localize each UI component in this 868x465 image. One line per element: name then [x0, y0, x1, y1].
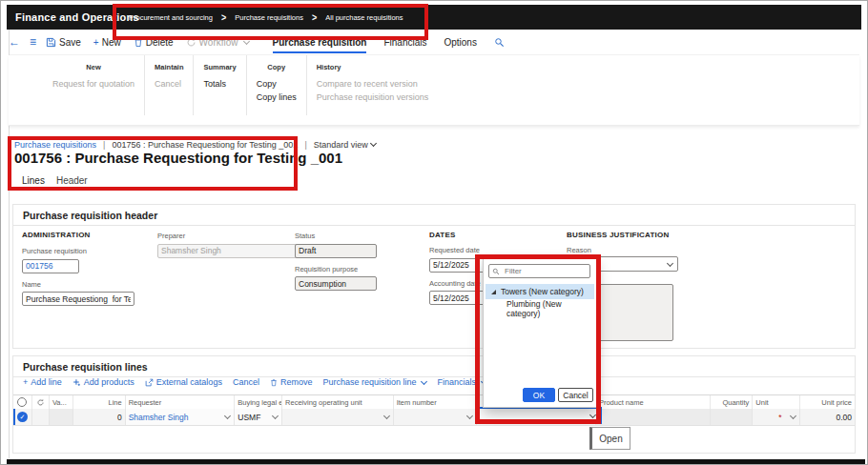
cancel-button[interactable]: Cancel [155, 77, 183, 91]
breadcrumb-chevron-icon: > [221, 11, 226, 23]
purchase-requisitions-link[interactable]: Purchase requisitions [14, 140, 96, 150]
chevron-down-icon [589, 411, 596, 417]
purchase-requisition-versions-button[interactable]: Purchase requisition versions [317, 91, 429, 104]
open-button[interactable]: Open [589, 427, 630, 450]
add-line-button[interactable]: +Add line [23, 377, 62, 387]
row-requester-cell[interactable]: Shamsher Singh [126, 409, 236, 425]
row-item-number-cell[interactable] [394, 409, 478, 425]
breadcrumb-item-area[interactable]: Purchase requisitions [235, 13, 303, 22]
category-item-towers[interactable]: Towers (New category) [486, 284, 594, 299]
table-row[interactable]: ✓ 0 Shamsher Singh USMF * 0.00 [13, 409, 855, 426]
copy-button[interactable]: Copy [257, 77, 297, 91]
totals-button[interactable]: Totals [203, 77, 236, 91]
select-all-column[interactable] [13, 395, 32, 409]
add-products-icon [72, 378, 81, 387]
row-product-name-cell [596, 409, 711, 425]
column-receiving-operating-unit[interactable]: Receiving operating unit [282, 395, 394, 409]
top-navigation-bar: Finance and Operations Procurement and s… [7, 5, 861, 30]
breadcrumb-item-page[interactable]: All purchase requisitions [325, 13, 403, 22]
procurement-category-combobox[interactable] [477, 407, 602, 424]
row-unit-cell[interactable]: * [753, 409, 800, 425]
save-icon [46, 37, 56, 48]
remove-button[interactable]: Remove [270, 377, 313, 387]
tab-lines[interactable]: Lines [22, 175, 45, 189]
column-quantity[interactable]: Quantity [711, 395, 754, 409]
tab-financials[interactable]: Financials [383, 30, 426, 54]
chevron-down-icon [421, 377, 427, 384]
ribbon-group-summary: Summary Totals [194, 55, 246, 115]
name-field[interactable] [22, 292, 134, 306]
purchase-requisition-header-card: Purchase requisition header ADMINISTRATI… [12, 204, 856, 349]
chevron-down-icon [242, 37, 249, 44]
refresh-icon [36, 398, 45, 407]
row-receiving-operating-unit-cell[interactable] [282, 409, 394, 425]
group-administration: ADMINISTRATION Purchase requisition Name [22, 231, 134, 306]
category-item-plumbing[interactable]: Plumbing (New category) [486, 301, 594, 316]
purchase-requisition-lines-card: Purchase requisition lines +Add line Add… [12, 355, 856, 454]
purchase-requisition-line-menu[interactable]: Purchase requisition line [322, 377, 426, 387]
record-identifier: 001756 : Purchase Requestiong for Testin… [112, 140, 298, 150]
view-selector[interactable]: Standard view [314, 140, 376, 150]
column-line[interactable]: Line [73, 395, 126, 409]
category-lookup-popup: Towers (New category) Plumbing (New cate… [483, 258, 597, 408]
tab-header[interactable]: Header [56, 175, 88, 189]
plus-icon: + [93, 37, 99, 48]
filter-box[interactable] [488, 264, 590, 278]
chevron-down-icon [667, 259, 673, 266]
search-icon[interactable] [494, 37, 505, 48]
external-link-icon [145, 378, 154, 387]
column-unit-price[interactable]: Unit price [800, 395, 855, 409]
copy-lines-button[interactable]: Copy lines [257, 91, 297, 104]
purchase-requisition-field[interactable] [22, 259, 79, 273]
cancel-button[interactable]: Cancel [558, 388, 593, 402]
chevron-down-icon [790, 413, 796, 419]
save-button[interactable]: Save [46, 37, 81, 48]
ribbon-group-copy: Copy Copy Copy lines [247, 55, 307, 115]
external-catalogs-button[interactable]: External catalogs [145, 377, 222, 387]
ribbon: New Request for quotation Maintain Cance… [9, 55, 859, 126]
required-asterisk: * [778, 413, 781, 422]
ribbon-spacer [9, 55, 43, 125]
back-icon[interactable]: ← [9, 35, 20, 49]
search-icon [492, 268, 500, 275]
refresh-column[interactable] [32, 395, 50, 409]
menu-icon[interactable]: ≡ [30, 35, 36, 49]
chevron-down-icon [370, 140, 377, 147]
column-buying-legal-entity[interactable]: Buying legal e... [235, 395, 282, 409]
action-bar-tabs: Purchase requisition Financials Options [273, 30, 505, 54]
tab-purchase-requisition[interactable]: Purchase requisition [273, 30, 367, 54]
chevron-down-icon [383, 413, 390, 419]
financials-menu[interactable]: Financials [437, 377, 486, 387]
row-quantity-cell [711, 409, 754, 425]
filter-input[interactable] [503, 266, 583, 276]
ok-button[interactable]: OK [523, 388, 555, 402]
tab-options[interactable]: Options [444, 30, 476, 54]
row-select-cell[interactable]: ✓ [13, 409, 32, 425]
column-requester[interactable]: Requester [126, 395, 236, 409]
app-window: Finance and Operations Procurement and s… [0, 0, 868, 465]
chevron-down-icon [272, 413, 279, 419]
check-circle-icon: ✓ [17, 412, 28, 422]
tree-expand-icon[interactable] [491, 290, 496, 294]
row-validation-cell [50, 409, 73, 425]
request-for-quotation-button[interactable]: Request for quotation [52, 77, 134, 91]
column-unit[interactable]: Unit [753, 395, 800, 409]
ribbon-group-maintain: Maintain Cancel [145, 55, 194, 115]
cancel-line-button[interactable]: Cancel [233, 377, 259, 387]
plus-icon: + [23, 377, 28, 387]
page-tabs: Lines Header [22, 175, 88, 189]
row-buying-legal-entity-cell[interactable]: USMF [235, 409, 282, 425]
compare-to-recent-version-button[interactable]: Compare to recent version [317, 77, 429, 91]
workflow-button[interactable]: Workflow [186, 37, 249, 48]
requisition-purpose-field[interactable] [295, 276, 377, 291]
app-title: Finance and Operations [7, 11, 139, 23]
delete-button[interactable]: Delete [134, 37, 174, 48]
new-button[interactable]: + New [93, 37, 121, 48]
breadcrumb-item-module[interactable]: Procurement and sourcing [129, 13, 213, 22]
column-product-name[interactable]: Product name [596, 395, 711, 409]
column-item-number[interactable]: Item number [394, 395, 478, 409]
column-validation[interactable]: Va... [50, 395, 73, 409]
add-products-button[interactable]: Add products [72, 377, 134, 387]
trash-icon [134, 37, 143, 48]
grid-header-row: Va... Line Requester Buying legal e... R… [13, 394, 855, 410]
